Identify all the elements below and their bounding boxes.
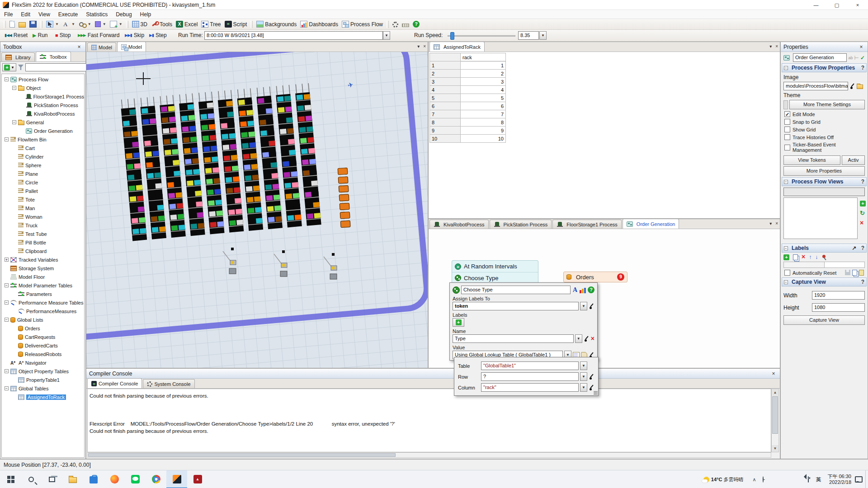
console-vertical-scrollbar[interactable]: ▲ ▼	[771, 389, 779, 452]
expander-icon[interactable]: −	[5, 77, 9, 81]
ime-indicator[interactable]: 英	[813, 475, 824, 483]
tree-item-flowitem-bin[interactable]: −FlowItem Bin	[2, 135, 84, 144]
expander-icon[interactable]: −	[12, 120, 16, 124]
tab-pickstation-process[interactable]: PickStation Process	[490, 220, 552, 229]
script-button[interactable]: Script	[223, 20, 249, 28]
ticker-based-event-management-checkbox[interactable]	[784, 145, 790, 150]
activity-block[interactable]: At Random Intervals Choose Type	[452, 260, 538, 284]
views-listbox[interactable]	[783, 197, 858, 239]
collapse-icon[interactable]: −	[784, 180, 788, 184]
open-button[interactable]	[17, 20, 28, 28]
tree-item-storage-system[interactable]: Storage System	[2, 264, 84, 272]
section-help-icon[interactable]: ?	[861, 178, 864, 185]
table-cell[interactable]: 4	[461, 86, 506, 94]
capture-view-button[interactable]: Capture View	[783, 315, 865, 325]
tree-item-woman[interactable]: Woman	[2, 212, 84, 221]
filter-funnel-icon[interactable]	[18, 65, 24, 70]
scroll-thumb[interactable]	[88, 453, 396, 457]
menu-debug[interactable]: Debug	[112, 10, 136, 19]
tree-item-object[interactable]: −Object	[2, 84, 84, 92]
labels-column-header[interactable]	[825, 262, 865, 268]
pane-menu-icon[interactable]: ▾	[769, 44, 772, 49]
pin-arrow-icon[interactable]: ↗	[852, 245, 857, 251]
expander-icon[interactable]: −	[5, 283, 9, 287]
expander-icon[interactable]: −	[5, 137, 9, 141]
text-tool-button[interactable]: ▼	[61, 20, 77, 28]
expander-icon[interactable]: −	[5, 318, 9, 322]
tree-item-a-navigator[interactable]: A* Navigator	[2, 358, 84, 367]
expander-icon[interactable]: −	[5, 386, 9, 390]
start-taskbar-button[interactable]	[0, 470, 21, 488]
width-field[interactable]: 1920	[812, 291, 865, 300]
run-speed-dropdown[interactable]: ▼	[539, 31, 547, 40]
tree-item-clipboard[interactable]: Clipboard	[2, 247, 84, 255]
shield-tray-icon[interactable]	[768, 475, 777, 483]
show-grid-checkbox[interactable]	[784, 127, 790, 132]
tree-item-model-floor[interactable]: Model Floor	[2, 272, 84, 281]
tab-compiler-console[interactable]: Compiler Console	[87, 378, 142, 388]
toolbox-add-button[interactable]: ▼	[2, 63, 16, 71]
color-tool-button[interactable]: ▼	[93, 20, 108, 28]
tree-item-pill-bottle[interactable]: Pill Bottle	[2, 238, 84, 247]
table-cell[interactable]: 5	[461, 94, 506, 102]
menu-execute[interactable]: Execute	[54, 10, 82, 19]
assign-labels-dropdown[interactable]: ▼	[580, 302, 587, 310]
console-close-icon[interactable]: ×	[770, 371, 777, 377]
process-flow-button[interactable]: Process Flow	[340, 20, 385, 28]
new-model-button[interactable]	[8, 20, 17, 28]
font-icon[interactable]: A	[572, 286, 578, 294]
run-speed-slider-track[interactable]	[448, 35, 515, 37]
labels-column-header[interactable]	[783, 262, 825, 268]
table-cell[interactable]: 9	[461, 127, 506, 135]
label-name-dropdown[interactable]: ▼	[575, 334, 582, 343]
console-horizontal-scrollbar[interactable]	[87, 452, 771, 458]
console-output[interactable]: Could not finish parsing because of prev…	[87, 389, 771, 452]
tree-item-performancemeasures[interactable]: PerformanceMeasures	[2, 307, 84, 315]
row-header-cell[interactable]: 6	[430, 102, 461, 110]
help-button[interactable]	[411, 20, 421, 28]
clock[interactable]: 下午 06:302022/2/18	[827, 474, 851, 485]
task-view-taskbar-button[interactable]	[42, 470, 62, 488]
measure-button[interactable]	[400, 21, 411, 28]
chrome-taskbar-button[interactable]	[146, 470, 166, 488]
tree-item-propertytable1[interactable]: PropertyTable1	[2, 375, 84, 384]
corner-cell[interactable]	[430, 53, 461, 61]
tree-item-global-tables[interactable]: −Global Tables	[2, 384, 84, 393]
scroll-thumb[interactable]	[772, 396, 778, 434]
tree-item-releasedrobots[interactable]: ReleasedRobots	[2, 350, 84, 358]
run-speed-field[interactable]: 8.35	[518, 31, 539, 40]
table-cell[interactable]: 10	[461, 135, 506, 143]
acrobat-taskbar-button[interactable]	[187, 470, 208, 488]
firefox-taskbar-button[interactable]	[104, 470, 125, 488]
minimize-button[interactable]: —	[806, 0, 826, 10]
run-time-field[interactable]: 8:00:03 W 8/9/2021 [3.48]	[204, 31, 383, 40]
tree-item-circle[interactable]: Circle	[2, 178, 84, 187]
copy-labels-icon[interactable]	[852, 270, 857, 276]
tree-item-kivarobotprocess[interactable]: KivaRobotProcess	[2, 109, 84, 118]
tree-item-object-property-tables[interactable]: −Object Property Tables	[2, 367, 84, 375]
tab-model-2[interactable]: Model	[117, 42, 146, 52]
line-taskbar-button[interactable]	[125, 470, 146, 488]
chart-icon[interactable]	[580, 286, 586, 293]
run-time-dropdown[interactable]: ▼	[383, 31, 390, 40]
step-button[interactable]: ▶▮Step	[147, 31, 169, 39]
tab-kivarobotprocess[interactable]: KivaRobotProcess	[429, 220, 489, 229]
backgrounds-button[interactable]: Backgrounds	[255, 20, 298, 28]
help-icon[interactable]	[588, 286, 594, 293]
tree-item-cartrequests[interactable]: CartRequests	[2, 333, 84, 341]
tree-item-model-parameter-tables[interactable]: −Model Parameter Tables	[2, 281, 84, 290]
tab-order-generation[interactable]: Order Generation	[623, 219, 679, 229]
tab-floorstorage1-process[interactable]: FloorStorage1 Process	[552, 220, 622, 229]
tree-item-man[interactable]: Man	[2, 204, 84, 212]
row-header-cell[interactable]: 4	[430, 86, 461, 94]
tree-item-cart[interactable]: Cart	[2, 144, 84, 152]
flexsim-taskbar-button[interactable]	[166, 470, 187, 488]
table-cell[interactable]: 2	[461, 70, 506, 78]
settings-gear-button[interactable]	[391, 20, 400, 28]
tree-item-tote[interactable]: Tote	[2, 195, 84, 204]
row-header-cell[interactable]: 10	[430, 135, 461, 143]
expander-icon[interactable]: +	[5, 258, 9, 262]
tools-button[interactable]: Tools	[149, 20, 174, 28]
column-field[interactable]: "rack"	[481, 383, 579, 392]
apply-icon[interactable]: ✓	[860, 55, 865, 61]
